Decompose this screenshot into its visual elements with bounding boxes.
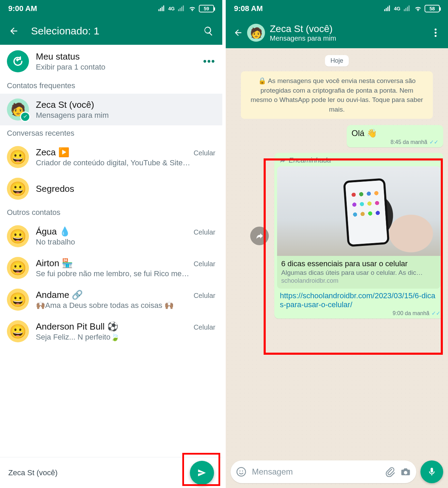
link-url[interactable]: https://schoolandroidbr.com/2023/03/15/6…: [277, 289, 440, 309]
svg-rect-7: [183, 6, 184, 11]
svg-rect-11: [389, 6, 390, 11]
message-input[interactable]: [252, 467, 379, 477]
emoji-icon[interactable]: [236, 467, 246, 477]
battery-icon: 59: [199, 5, 214, 12]
forward-arrow-icon: [255, 231, 264, 240]
wifi-icon: [414, 5, 422, 12]
my-status-sub: Exibir para 1 contato: [36, 63, 105, 72]
signal2-icon: [177, 5, 186, 12]
contact-row[interactable]: 😀 Zeca ▶️ Celular Criador de conteúdo di…: [0, 141, 222, 173]
svg-rect-6: [181, 7, 182, 11]
status-avatar: [7, 50, 29, 72]
chat-sub: Mensagens para mim: [270, 34, 336, 42]
svg-rect-14: [407, 7, 408, 11]
chat-title-block[interactable]: Zeca St (você) Mensagens para mim: [270, 23, 336, 42]
selection-title: Selecionado: 1: [31, 25, 202, 37]
signal-icon: [157, 5, 166, 12]
forward-arrow-icon: [279, 157, 286, 164]
contact-row[interactable]: 😀 Água 💧 Celular No trabalho: [0, 220, 222, 252]
mic-button[interactable]: [420, 460, 443, 483]
kebab-icon: [434, 28, 437, 38]
chat-header: 🧑 Zeca St (você) Mensagens para mim: [226, 17, 448, 48]
contact-sub: No trabalho: [36, 238, 215, 247]
contact-sub: Criador de conteúdo digital, YouTube & S…: [36, 158, 215, 167]
contact-tag: Celular: [194, 149, 215, 157]
contact-name: Zeca ▶️: [36, 147, 69, 158]
chat-menu-button[interactable]: [429, 26, 442, 40]
selected-check-icon: [20, 112, 30, 122]
contact-row[interactable]: 😀 Airton 🏪 Celular Se fui pobre não me l…: [0, 252, 222, 284]
encryption-notice[interactable]: 🔒 As mensagens que você envia nesta conv…: [241, 71, 433, 119]
battery-icon: 58: [425, 5, 440, 12]
arrow-left-icon: [9, 26, 19, 36]
contact-name: Zeca St (você): [36, 100, 94, 110]
statusbar: 9:08 AM 4G 58: [226, 0, 448, 17]
contact-tag: Celular: [194, 292, 215, 300]
avatar: 😀: [7, 320, 29, 342]
link-preview[interactable]: 6 dicas essenciais para usar o celular A…: [277, 166, 440, 289]
send-fab[interactable]: [190, 461, 214, 485]
chat-input-bar: [231, 460, 443, 483]
svg-point-18: [435, 35, 437, 37]
my-status-title: Meu status: [36, 51, 105, 62]
chat-name: Zeca St (você): [270, 23, 336, 34]
svg-rect-0: [159, 9, 160, 11]
avatar: 😀: [7, 257, 29, 279]
contact-tag: Celular: [194, 323, 215, 331]
avatar: 😀: [7, 178, 29, 200]
svg-point-16: [435, 29, 437, 31]
search-button[interactable]: [202, 24, 215, 38]
my-status-menu[interactable]: •••: [203, 56, 215, 67]
message-outgoing[interactable]: Olá 👋 8:45 da manhã ✓✓: [347, 125, 443, 147]
avatar: 🧑: [7, 98, 29, 121]
contact-sub: Se fui pobre não me lembro, se fui Rico …: [36, 269, 215, 278]
refresh-plus-icon: [12, 55, 24, 67]
camera-icon[interactable]: [400, 467, 411, 477]
phone-left-contact-picker: 9:00 AM 4G 59 Selecionado: 1 Meu status: [0, 0, 222, 488]
link-preview-image: [277, 166, 440, 256]
contact-name: Anderson Pit Bull ⚽: [36, 321, 118, 332]
forward-button[interactable]: [250, 227, 269, 245]
selected-names: Zeca St (você): [8, 468, 58, 477]
message-input-pill: [231, 460, 416, 483]
svg-point-21: [242, 470, 243, 471]
message-link-card[interactable]: Encaminhada 6 dicas essenciais para usar…: [274, 153, 443, 319]
back-button[interactable]: [231, 26, 245, 40]
contact-row[interactable]: 😀 Anderson Pit Bull ⚽ Celular Seja Feliz…: [0, 315, 222, 347]
message-time: 9:00 da manhã: [393, 310, 429, 316]
svg-point-20: [240, 470, 241, 471]
contact-sub: Mensagens para mim: [36, 111, 215, 120]
selection-bottom-bar: Zeca St (você): [0, 457, 222, 488]
link-title: 6 dicas essenciais para usar o celular: [281, 259, 436, 268]
message-time: 8:45 da manhã: [390, 139, 427, 145]
selection-header: Selecionado: 1: [0, 17, 222, 45]
wifi-icon: [188, 5, 197, 12]
avatar: 😀: [7, 146, 29, 168]
contact-sub: Seja Feliz... N perfeito🍃: [36, 333, 215, 342]
svg-rect-5: [180, 8, 181, 11]
contact-row[interactable]: 😀 Segredos: [0, 173, 222, 205]
avatar: 😀: [7, 225, 29, 247]
network-4g-label: 4G: [168, 6, 175, 11]
search-icon: [203, 26, 214, 36]
chat-body[interactable]: Hoje 🔒 As mensagens que você envia nesta…: [226, 48, 448, 488]
svg-point-17: [435, 32, 437, 34]
my-status-row[interactable]: Meu status Exibir para 1 contato •••: [0, 45, 222, 78]
link-domain: schoolandroidbr.com: [281, 277, 436, 284]
status-time: 9:00 AM: [8, 4, 37, 13]
svg-rect-10: [387, 7, 388, 11]
arrow-left-icon: [233, 28, 243, 38]
avatar: 😀: [7, 289, 29, 311]
link-description: Algumas dicas úteis para usar o celular.…: [281, 269, 436, 277]
contact-self[interactable]: 🧑 Zeca St (você) Mensagens para mim: [0, 94, 222, 125]
status-icons: 4G 58: [383, 5, 440, 12]
svg-rect-8: [384, 9, 385, 11]
read-ticks-icon: ✓✓: [431, 310, 440, 316]
attach-icon[interactable]: [385, 467, 395, 477]
section-frequent: Contatos frequentes: [0, 78, 222, 94]
chat-avatar[interactable]: 🧑: [247, 24, 265, 42]
section-recent: Conversas recentes: [0, 125, 222, 141]
contact-row[interactable]: 😀 Andame 🔗 Celular 🙌🏽Ama a Deus sobre to…: [0, 284, 222, 315]
message-text: Olá 👋: [352, 128, 438, 138]
back-button[interactable]: [7, 24, 21, 38]
